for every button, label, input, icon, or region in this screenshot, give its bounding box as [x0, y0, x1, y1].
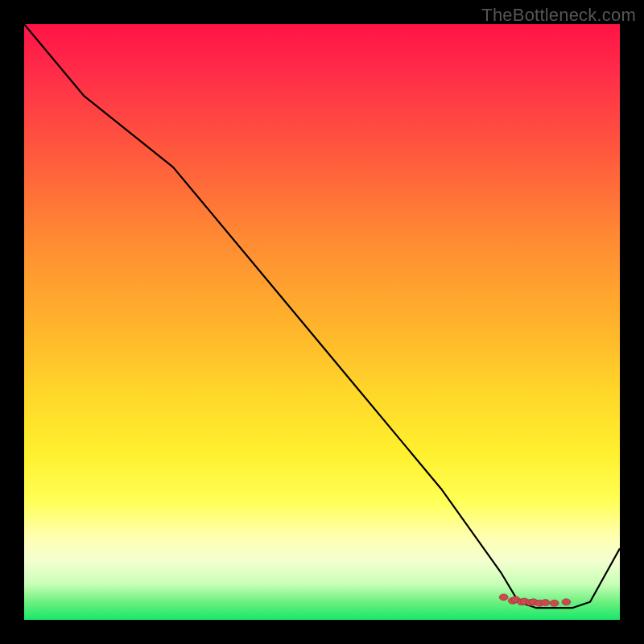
chart-gradient-area — [24, 24, 620, 620]
watermark-text: TheBottleneck.com — [481, 5, 636, 26]
